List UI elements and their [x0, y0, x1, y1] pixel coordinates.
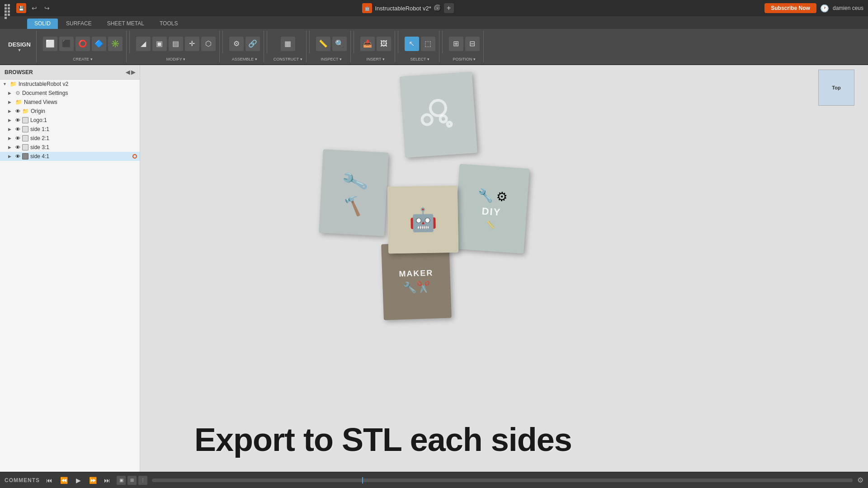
browser-item-doc-settings[interactable]: ▶ ⚙ Document Settings: [0, 89, 140, 98]
settings-icon[interactable]: ⚙: [857, 476, 863, 484]
insert-derive-icon[interactable]: 📥: [360, 37, 375, 51]
cube-side11-icon: [22, 126, 28, 132]
timeline-bar[interactable]: [152, 479, 853, 482]
subscribe-button[interactable]: Subscribe Now: [764, 3, 816, 13]
joint-icon[interactable]: ⚙: [229, 37, 244, 51]
rigid-group-icon[interactable]: 🔗: [245, 37, 260, 51]
toolbar: DESIGN ▼ ⬜ ⬛ ⭕ 🔷 ✳️ CREATE ▾ ◢ ▣ ▤ ✛ ⬡ M…: [0, 29, 868, 65]
side41-label: side 4:1: [30, 153, 131, 160]
align-icon[interactable]: ⊞: [449, 37, 463, 51]
named-views-label: Named Views: [24, 99, 137, 105]
eye-side11-icon[interactable]: 👁: [15, 127, 20, 132]
tab-solid[interactable]: SOLID: [27, 19, 58, 29]
new-tab-button[interactable]: +: [444, 3, 454, 13]
play-button[interactable]: ▶: [73, 475, 83, 485]
robot-icon: 🤖: [409, 206, 437, 233]
card-maker: MAKER 🔧✂️: [381, 242, 452, 320]
combine-icon[interactable]: ⬡: [201, 37, 216, 51]
shell-icon[interactable]: ▤: [169, 37, 183, 51]
user-name: damien ceus: [833, 5, 863, 11]
select-group: ↖ ⬚ SELECT ▾: [401, 31, 439, 62]
grid-snap-icon[interactable]: ⊟: [465, 37, 480, 51]
redo-button[interactable]: ↪: [42, 4, 52, 13]
play-prev-button[interactable]: ⏪: [59, 475, 69, 485]
sweep-icon[interactable]: 🔷: [92, 37, 106, 51]
titlebar: 💾 ↩ ↪ 🤖 InstructableRobot v2* × + Subscr…: [0, 0, 868, 16]
app-grid-icon[interactable]: [5, 4, 13, 12]
undo-button[interactable]: ↩: [30, 4, 39, 13]
viewport: 🔧 🔨 🤖 🔧 ⚙ DIY 📏 MAKER: [140, 65, 868, 472]
view-cube-top[interactable]: Top: [818, 70, 854, 106]
cube-side21-icon: [22, 135, 28, 141]
save-icon[interactable]: 💾: [16, 3, 26, 13]
tab-tools[interactable]: TOOLS: [152, 19, 185, 29]
side31-label: side 3:1: [30, 144, 137, 150]
card-gears: [400, 72, 477, 158]
play-end-button[interactable]: ⏭: [102, 475, 112, 485]
eye-side41-icon[interactable]: 👁: [15, 154, 20, 159]
divider-2: [222, 31, 223, 53]
wrench2-icon: 🔧: [477, 188, 494, 203]
inspect-label: INSPECT ▾: [321, 57, 342, 61]
attached-canvas-icon[interactable]: 🖼: [377, 37, 391, 51]
eye-side31-icon[interactable]: 👁: [15, 145, 20, 150]
browser-item-root[interactable]: ▼ 📁 InstructableRobot v2: [0, 80, 140, 89]
construct-label: CONSTRUCT ▾: [274, 57, 302, 61]
create-group: ⬜ ⬛ ⭕ 🔷 ✳️ CREATE ▾: [39, 31, 127, 62]
section-analysis-icon[interactable]: 🔍: [332, 37, 347, 51]
chevron-named: ▶: [8, 100, 14, 104]
logo1-label: Logo:1: [30, 117, 137, 123]
mode-icon-1[interactable]: ▣: [117, 476, 126, 485]
browser-item-side11[interactable]: ▶ 👁 side 1:1: [0, 125, 140, 134]
draft-icon[interactable]: ✛: [185, 37, 199, 51]
browser-header: BROWSER ◀ ▶: [0, 65, 140, 80]
assemble-label: ASSEMBLE ▾: [232, 57, 257, 61]
browser-item-origin[interactable]: ▶ 👁 📁 Origin: [0, 107, 140, 116]
app-title: InstructableRobot v2*: [375, 5, 431, 12]
modify-group: ◢ ▣ ▤ ✛ ⬡ MODIFY ▾: [132, 31, 220, 62]
ruler-icon: 📏: [486, 220, 495, 229]
box-select-icon[interactable]: ⬚: [421, 37, 435, 51]
design-dropdown[interactable]: DESIGN ▼: [3, 31, 37, 62]
design-arrow: ▼: [17, 48, 21, 52]
revolve-icon[interactable]: ⭕: [75, 37, 90, 51]
pattern-icon[interactable]: ✳️: [108, 37, 123, 51]
eye-side21-icon[interactable]: 👁: [15, 136, 20, 141]
timeline-position: [362, 477, 363, 483]
mode-icon-3[interactable]: ⋮: [138, 476, 147, 485]
play-next-button[interactable]: ⏩: [88, 475, 98, 485]
folder-named-icon: 📁: [15, 99, 22, 105]
browser-item-side21[interactable]: ▶ 👁 side 2:1: [0, 134, 140, 143]
browser-label: BROWSER: [5, 69, 33, 75]
measure-icon[interactable]: 📏: [316, 37, 330, 51]
mode-icon-2[interactable]: ⊞: [127, 476, 137, 485]
offset-plane-icon[interactable]: ▦: [281, 37, 295, 51]
browser-item-logo1[interactable]: ▶ 👁 Logo:1: [0, 116, 140, 125]
browser-item-side31[interactable]: ▶ 👁 side 3:1: [0, 143, 140, 152]
chevron-origin: ▶: [8, 109, 14, 113]
play-start-button[interactable]: ⏮: [44, 475, 54, 485]
playback-mode-icons: ▣ ⊞ ⋮: [117, 476, 147, 485]
new-component-icon[interactable]: ⬜: [43, 37, 57, 51]
select-icon[interactable]: ↖: [405, 37, 419, 51]
tab-surface[interactable]: SURFACE: [59, 19, 99, 29]
cube-side41-icon: [22, 153, 28, 160]
tab-sheet-metal[interactable]: SHEET METAL: [100, 19, 151, 29]
doc-settings-label: Document Settings: [22, 90, 137, 96]
chamfer-icon[interactable]: ▣: [152, 37, 167, 51]
folder-origin-icon: 📁: [22, 108, 29, 114]
insert-label: INSERT ▾: [367, 57, 385, 61]
browser-item-named-views[interactable]: ▶ 📁 Named Views: [0, 98, 140, 107]
eye-origin-icon[interactable]: 👁: [15, 108, 20, 114]
main-area: BROWSER ◀ ▶ ▼ 📁 InstructableRobot v2 ▶ ⚙…: [0, 65, 868, 472]
clock-icon[interactable]: 🕐: [820, 4, 829, 13]
gear2-icon: ⚙: [495, 189, 508, 205]
view-cube[interactable]: Top: [814, 70, 863, 119]
fillet-icon[interactable]: ◢: [136, 37, 151, 51]
close-tab-button[interactable]: ×: [434, 5, 441, 12]
browser-item-side41[interactable]: ▶ 👁 side 4:1: [0, 152, 140, 161]
browser-collapse-icon[interactable]: ◀ ▶: [126, 69, 135, 75]
cube-side31-icon: [22, 144, 28, 150]
extrude-icon[interactable]: ⬛: [59, 37, 74, 51]
eye-logo-icon[interactable]: 👁: [15, 117, 20, 123]
